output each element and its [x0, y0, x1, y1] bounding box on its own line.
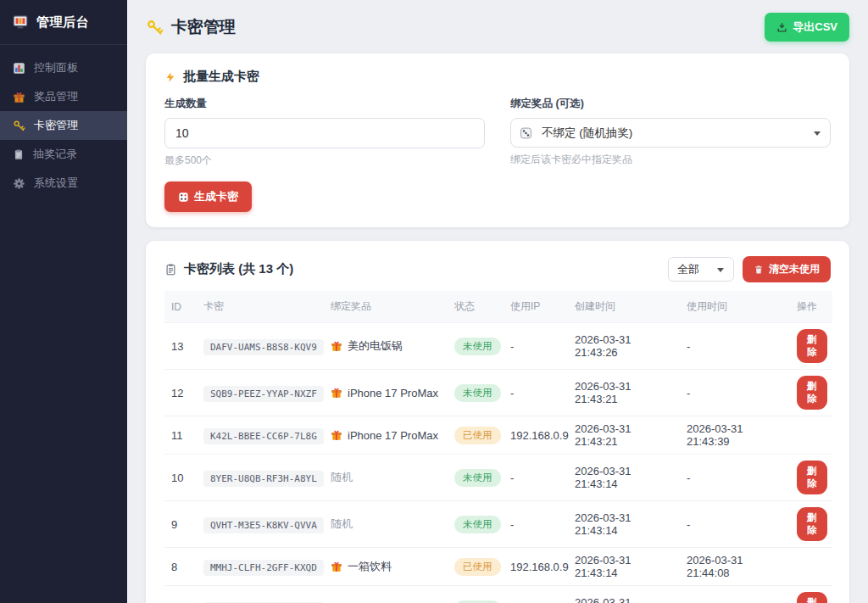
cardkey-list-card: 卡密列表 (共 13 个) 全部 清空未使用 — [146, 241, 849, 603]
app-title: 管理后台 — [36, 14, 89, 31]
used-time: - — [680, 323, 790, 370]
status-filter-select[interactable]: 全部 — [668, 257, 734, 282]
gift-icon — [331, 340, 342, 352]
slot-machine-icon — [12, 14, 29, 31]
created-time: 2026-03-31 21:43:26 — [568, 323, 680, 370]
card-key: SQB9-PEEZ-YYAP-NXZF — [203, 386, 324, 402]
cardkey-table: ID 卡密 绑定奖品 状态 使用IP 创建时间 使用时间 操作 13DAFV-U… — [164, 291, 832, 603]
card-key: 8YER-U8QB-RF3H-A8YL — [203, 471, 324, 487]
created-time: 2026-03-31 21:43:14 — [568, 586, 680, 603]
used-ip: 192.168.0.9 — [504, 416, 568, 455]
used-ip: 192.168.0.9 — [504, 548, 568, 586]
created-time: 2026-03-31 21:43:14 — [568, 548, 680, 586]
created-time: 2026-03-31 21:43:21 — [568, 370, 680, 416]
quantity-hint: 最多500个 — [164, 154, 485, 168]
export-csv-label: 导出CSV — [793, 20, 837, 35]
gift-icon — [331, 561, 342, 572]
row-id: 12 — [164, 370, 197, 416]
generator-title-text: 批量生成卡密 — [183, 69, 259, 85]
row-id: 11 — [164, 416, 197, 455]
status-filter-wrap: 全部 — [668, 257, 734, 282]
status-badge: 已使用 — [454, 427, 501, 444]
clipboard-icon — [13, 148, 25, 160]
col-status: 状态 — [448, 291, 504, 323]
sidebar-item-prizes[interactable]: 奖品管理 — [0, 82, 127, 111]
col-created: 创建时间 — [568, 291, 680, 323]
lightning-icon — [164, 70, 176, 84]
table-row: 108YER-U8QB-RF3H-A8YL随机未使用-2026-03-31 21… — [164, 455, 832, 501]
key-icon — [13, 120, 25, 132]
sidebar-item-dashboard[interactable]: 控制面板 — [0, 53, 127, 82]
prize-value: iPhone 17 ProMax — [331, 387, 441, 399]
used-time: 2026-03-31 21:44:08 — [680, 548, 790, 586]
card-key: QVHT-M3E5-K8KV-QVVA — [203, 517, 324, 533]
main-content: 卡密管理 导出CSV 批量生成卡密 生成数量 — [127, 0, 868, 603]
used-time: - — [680, 455, 790, 501]
card-key: K42L-BBEE-CC6P-7L8G — [203, 428, 324, 444]
clear-unused-button[interactable]: 清空未使用 — [743, 256, 831, 282]
status-badge: 未使用 — [454, 338, 501, 355]
table-row: 7MNPB-D7UU-NUSX-NEJM随机未使用-2026-03-31 21:… — [164, 586, 832, 603]
quantity-input[interactable] — [164, 118, 485, 148]
generator-title: 批量生成卡密 — [164, 69, 831, 85]
table-row: 11K42L-BBEE-CC6P-7L8GiPhone 17 ProMax已使用… — [164, 416, 832, 455]
created-time: 2026-03-31 21:43:14 — [568, 455, 680, 501]
prize-value: 美的电饭锅 — [331, 338, 441, 354]
row-id: 7 — [164, 586, 197, 603]
prize-field-group: 绑定奖品 (可选) 不绑定 (随机抽奖) 绑定后该卡密必中指定奖 — [510, 97, 831, 168]
gift-icon — [331, 387, 342, 399]
gear-icon — [13, 177, 25, 190]
row-id: 10 — [164, 455, 197, 501]
used-ip: - — [504, 455, 568, 501]
delete-button[interactable]: 删除 — [797, 592, 827, 603]
status-badge: 未使用 — [454, 516, 501, 533]
sidebar-item-label: 控制面板 — [34, 60, 78, 75]
download-icon — [776, 22, 787, 33]
prize-value: 随机 — [331, 516, 441, 532]
delete-button[interactable]: 删除 — [797, 329, 827, 363]
delete-button[interactable]: 删除 — [797, 376, 827, 410]
col-actions: 操作 — [790, 291, 832, 323]
sidebar-item-settings[interactable]: 系统设置 — [0, 169, 127, 198]
sidebar-item-label: 抽奖记录 — [33, 147, 77, 162]
sidebar-item-cardkeys[interactable]: 卡密管理 — [0, 111, 127, 140]
delete-button[interactable]: 删除 — [797, 461, 827, 494]
prize-select-wrap: 不绑定 (随机抽奖) — [510, 118, 831, 148]
sidebar-nav: 控制面板 奖品管理 卡密管理 — [0, 45, 127, 198]
sidebar-item-records[interactable]: 抽奖记录 — [0, 140, 127, 169]
page-title-text: 卡密管理 — [171, 16, 236, 38]
app-logo: 管理后台 — [0, 0, 127, 45]
used-ip: - — [504, 370, 568, 416]
created-time: 2026-03-31 21:43:14 — [568, 501, 680, 548]
quantity-field-group: 生成数量 最多500个 — [164, 97, 485, 168]
card-key: DAFV-UAMS-B8S8-KQV9 — [203, 339, 324, 355]
generate-button[interactable]: 生成卡密 — [164, 181, 252, 212]
table-row: 12SQB9-PEEZ-YYAP-NXZFiPhone 17 ProMax未使用… — [164, 370, 832, 416]
sidebar-item-label: 卡密管理 — [34, 118, 78, 133]
used-time: - — [680, 501, 790, 548]
col-key: 卡密 — [197, 291, 324, 323]
page-title: 卡密管理 — [146, 16, 236, 38]
prize-select[interactable]: 不绑定 (随机抽奖) — [510, 118, 831, 148]
sidebar-item-label: 系统设置 — [34, 176, 78, 191]
status-badge: 已使用 — [454, 558, 501, 576]
generate-button-label: 生成卡密 — [194, 189, 238, 204]
card-table-body: 13DAFV-UAMS-B8S8-KQV9美的电饭锅未使用-2026-03-31… — [164, 323, 832, 603]
status-badge: 未使用 — [454, 469, 501, 487]
used-ip: - — [504, 501, 568, 548]
export-csv-button[interactable]: 导出CSV — [765, 13, 849, 42]
clipboard-icon — [164, 263, 177, 276]
status-badge: 未使用 — [454, 384, 501, 402]
col-ip: 使用IP — [504, 291, 568, 323]
sidebar: 管理后台 控制面板 奖品管理 — [0, 0, 127, 603]
prize-label: 绑定奖品 (可选) — [510, 97, 831, 111]
used-ip: - — [504, 323, 568, 370]
delete-button[interactable]: 删除 — [797, 507, 827, 541]
table-row: 9QVHT-M3E5-K8KV-QVVA随机未使用-2026-03-31 21:… — [164, 501, 832, 548]
row-id: 13 — [164, 323, 197, 370]
prize-hint: 绑定后该卡密必中指定奖品 — [510, 153, 831, 167]
trash-icon — [754, 265, 764, 275]
clear-unused-label: 清空未使用 — [769, 262, 820, 276]
page-header: 卡密管理 导出CSV — [146, 13, 849, 42]
list-title: 卡密列表 (共 13 个) — [164, 261, 293, 277]
